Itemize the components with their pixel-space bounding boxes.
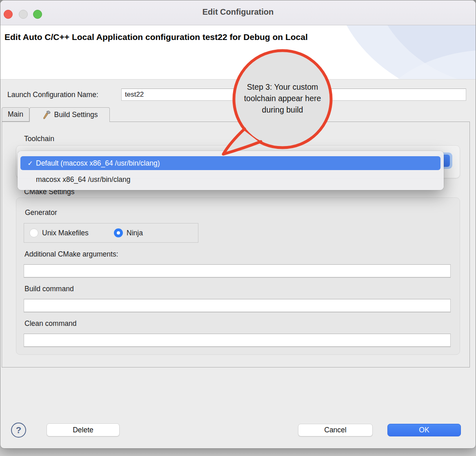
- ok-button-label: OK: [419, 426, 429, 434]
- radio-unchecked-icon[interactable]: [29, 228, 38, 237]
- banner-title: Edit Auto C/C++ Local Application config…: [4, 32, 308, 42]
- banner: Edit Auto C/C++ Local Application config…: [0, 25, 476, 80]
- delete-button[interactable]: Delete: [47, 423, 120, 436]
- check-icon: ✓: [24, 159, 36, 167]
- tab-build-settings[interactable]: Build Settings: [29, 107, 110, 122]
- clean-command-label: Clean command: [24, 319, 76, 328]
- help-question-icon: ?: [16, 425, 21, 436]
- dropdown-item-custom-toolchain[interactable]: macosx x86_64 /usr/bin/clang: [20, 173, 440, 186]
- dropdown-item-label: Default (macosx x86_64 /usr/bin/clang): [36, 159, 160, 168]
- generator-radio-group: Unix Makefiles Ninja: [24, 223, 198, 243]
- cmake-arguments-label: Additional CMake arguments:: [24, 250, 118, 259]
- generator-label: Generator: [25, 208, 57, 217]
- cancel-button[interactable]: Cancel: [298, 424, 373, 436]
- hammer-icon: [41, 110, 51, 120]
- radio-option-ninja[interactable]: Ninja: [114, 224, 143, 242]
- build-command-label: Build command: [24, 285, 74, 293]
- edit-configuration-dialog: Edit Configuration Edit Auto C/C++ Local…: [0, 0, 476, 449]
- radio-checked-icon[interactable]: [114, 228, 123, 237]
- radio-option-label[interactable]: Ninja: [127, 229, 143, 237]
- launch-config-name-input[interactable]: [121, 89, 466, 101]
- radio-option-unix-makefiles[interactable]: Unix Makefiles: [29, 224, 89, 242]
- cmake-arguments-input[interactable]: [24, 264, 451, 277]
- clean-command-input[interactable]: [24, 334, 451, 347]
- window-title: Edit Configuration: [0, 7, 476, 17]
- cancel-button-label: Cancel: [324, 426, 346, 434]
- toolchain-label: Toolchain: [24, 135, 54, 143]
- ok-button[interactable]: OK: [387, 424, 461, 436]
- launch-config-name-label: Launch Configuration Name:: [7, 91, 98, 99]
- tab-build-settings-label: Build Settings: [54, 111, 98, 119]
- dropdown-item-label: macosx x86_64 /usr/bin/clang: [36, 175, 131, 184]
- help-button[interactable]: ?: [11, 423, 26, 438]
- radio-option-label[interactable]: Unix Makefiles: [42, 229, 89, 237]
- tab-main[interactable]: Main: [2, 107, 29, 122]
- toolchain-dropdown-menu: ✓ Default (macosx x86_64 /usr/bin/clang)…: [18, 151, 444, 190]
- cmake-settings-group: Generator Unix Makefiles Ninja Additiona…: [16, 197, 460, 355]
- tab-main-label: Main: [8, 110, 23, 119]
- build-command-input[interactable]: [24, 299, 451, 312]
- build-settings-panel: Toolchain CMake Settings Generator Unix …: [2, 122, 470, 367]
- dropdown-item-default-toolchain[interactable]: ✓ Default (macosx x86_64 /usr/bin/clang): [20, 156, 440, 170]
- titlebar: Edit Configuration: [0, 0, 476, 25]
- delete-button-label: Delete: [73, 426, 93, 434]
